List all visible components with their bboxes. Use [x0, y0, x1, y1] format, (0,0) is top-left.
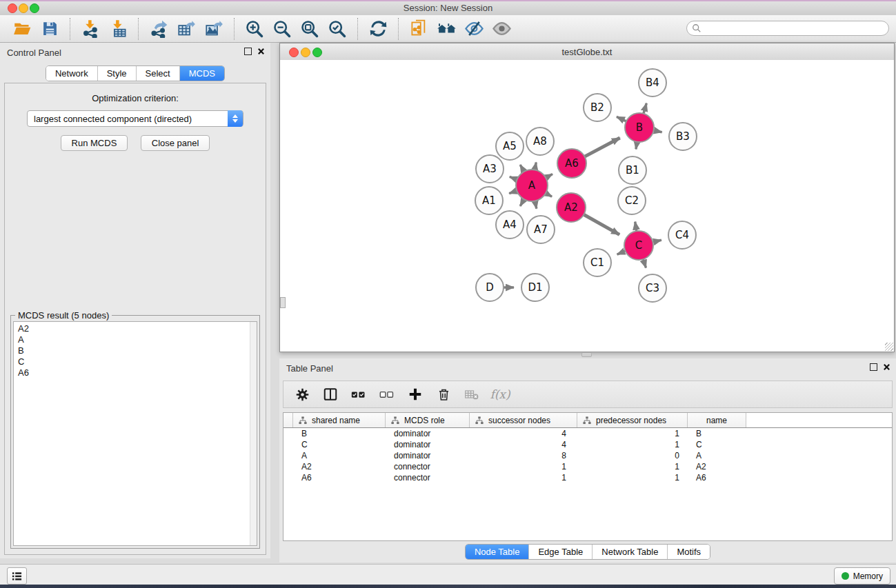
zoom-selected-icon[interactable]: [327, 19, 348, 39]
desktop-edge: [0, 0, 896, 1]
tab-edge-table[interactable]: Edge Table: [529, 545, 593, 559]
table-cell[interactable]: dominator: [386, 451, 470, 460]
import-table-icon[interactable]: [108, 19, 128, 39]
toolbar-separator: [70, 18, 70, 40]
mcds-result-item[interactable]: A6: [18, 367, 257, 378]
table-cell[interactable]: B: [688, 429, 746, 438]
zoom-out-icon[interactable]: [272, 19, 292, 39]
open-session-icon[interactable]: [12, 19, 32, 39]
table-cell[interactable]: 1: [577, 462, 688, 472]
table-cell[interactable]: A2: [688, 462, 746, 472]
run-mcds-button[interactable]: Run MCDS: [61, 135, 128, 151]
search-input[interactable]: [686, 21, 889, 36]
delete-column-icon[interactable]: [436, 386, 451, 403]
network-canvas[interactable]: AA1A2A3A4A5A6A7A8BB1B2B3B4CC1C2C3C4DD1: [280, 60, 894, 352]
table-cell[interactable]: 4: [470, 429, 577, 438]
table-row[interactable]: Bdominator41B: [283, 428, 892, 439]
mcds-result-list[interactable]: A2ABCA6: [13, 321, 257, 546]
node-label-A8: A8: [533, 135, 547, 148]
zoom-in-icon[interactable]: [244, 19, 265, 39]
hide-details-icon[interactable]: [464, 19, 484, 39]
table-cell[interactable]: dominator: [386, 440, 470, 449]
table-cell[interactable]: A6: [688, 473, 746, 483]
close-panel-icon[interactable]: [883, 363, 890, 371]
refresh-icon[interactable]: [368, 19, 388, 39]
table-row[interactable]: Adominator80A: [283, 450, 892, 461]
table-cell[interactable]: 8: [470, 451, 577, 460]
tab-style[interactable]: Style: [98, 66, 137, 81]
table-cell[interactable]: 1: [470, 473, 577, 483]
table-cell[interactable]: A: [293, 451, 386, 460]
export-table-icon[interactable]: [176, 19, 197, 39]
table-cell[interactable]: connector: [386, 462, 470, 472]
table-cell[interactable]: A6: [293, 473, 386, 483]
table-cell[interactable]: 4: [470, 440, 577, 449]
import-network-icon[interactable]: [80, 19, 101, 39]
node-label-B3: B3: [676, 130, 690, 143]
table-cell[interactable]: connector: [386, 473, 470, 483]
task-history-button[interactable]: [7, 567, 27, 585]
node-label-C4: C4: [675, 229, 689, 241]
close-panel-button[interactable]: Close panel: [141, 135, 210, 151]
column-header[interactable]: name: [688, 413, 746, 427]
export-image-icon[interactable]: [203, 19, 224, 39]
table-cell[interactable]: 1: [577, 473, 688, 483]
column-type-icon: [583, 416, 591, 425]
deselect-all-columns-icon[interactable]: [379, 386, 395, 403]
table-cell[interactable]: 1: [577, 429, 688, 438]
control-panel: Control Panel NetworkStyleSelectMCDS Opt…: [0, 43, 270, 558]
tab-select[interactable]: Select: [137, 66, 180, 81]
table-cell[interactable]: C: [688, 440, 746, 449]
show-column-panel-icon[interactable]: [323, 386, 338, 403]
mcds-result-item[interactable]: A2: [18, 323, 257, 334]
column-header[interactable]: MCDS role: [386, 413, 470, 427]
mcds-result-item[interactable]: C: [18, 356, 257, 367]
close-panel-icon[interactable]: [257, 48, 265, 55]
edge-A6-B[interactable]: [584, 138, 620, 157]
table-cell[interactable]: B: [293, 429, 386, 438]
tab-network[interactable]: Network: [46, 66, 98, 81]
splitter-handle[interactable]: [581, 352, 592, 357]
scrollbar-track[interactable]: [250, 322, 257, 545]
float-panel-icon[interactable]: [870, 363, 877, 371]
table-row[interactable]: A2connector11A2: [283, 461, 892, 472]
mcds-result-item[interactable]: A: [18, 334, 257, 345]
column-header[interactable]: predecessor nodes: [577, 413, 688, 427]
edge-A2-C[interactable]: [583, 214, 620, 234]
float-panel-icon[interactable]: [244, 48, 252, 55]
function-builder-icon[interactable]: f(x): [492, 386, 508, 403]
table-settings-gear-icon[interactable]: [295, 386, 310, 403]
tab-network-table[interactable]: Network Table: [593, 545, 668, 559]
save-session-icon[interactable]: [39, 19, 60, 39]
delete-table-icon[interactable]: [464, 386, 479, 403]
table-cell[interactable]: A: [688, 451, 746, 460]
table-cell[interactable]: dominator: [386, 429, 470, 438]
birdseye-toggle-icon[interactable]: [280, 297, 286, 308]
criterion-dropdown[interactable]: largest connected component (directed): [27, 110, 243, 127]
node-label-A6: A6: [565, 157, 579, 170]
mcds-result-item[interactable]: B: [18, 345, 257, 356]
table-cell[interactable]: A2: [293, 462, 386, 472]
window-resize-grip[interactable]: [885, 343, 893, 351]
show-details-icon[interactable]: [491, 19, 512, 39]
tab-mcds[interactable]: MCDS: [180, 66, 224, 81]
network-from-file-icon[interactable]: [408, 19, 429, 39]
memory-button[interactable]: Memory: [834, 567, 890, 585]
network-window-titlebar[interactable]: testGlobe.txt: [280, 43, 894, 61]
table-cell[interactable]: C: [293, 440, 386, 449]
column-header[interactable]: shared name: [293, 413, 386, 427]
mcds-panel: Optimization criterion: largest connecte…: [4, 83, 266, 555]
tab-node-table[interactable]: Node Table: [466, 545, 530, 559]
tab-motifs[interactable]: Motifs: [668, 545, 710, 559]
column-header[interactable]: successor nodes: [470, 413, 577, 427]
zoom-fit-icon[interactable]: [299, 19, 320, 39]
select-all-columns-icon[interactable]: [351, 386, 366, 403]
table-cell[interactable]: 0: [577, 451, 688, 460]
table-cell[interactable]: 1: [577, 440, 688, 449]
home-icon[interactable]: [436, 19, 457, 39]
table-row[interactable]: A6connector11A6: [283, 472, 892, 483]
table-cell[interactable]: 1: [470, 462, 577, 472]
table-row[interactable]: Cdominator41C: [283, 439, 892, 450]
export-network-icon[interactable]: [148, 19, 169, 39]
create-column-icon[interactable]: [408, 386, 423, 403]
